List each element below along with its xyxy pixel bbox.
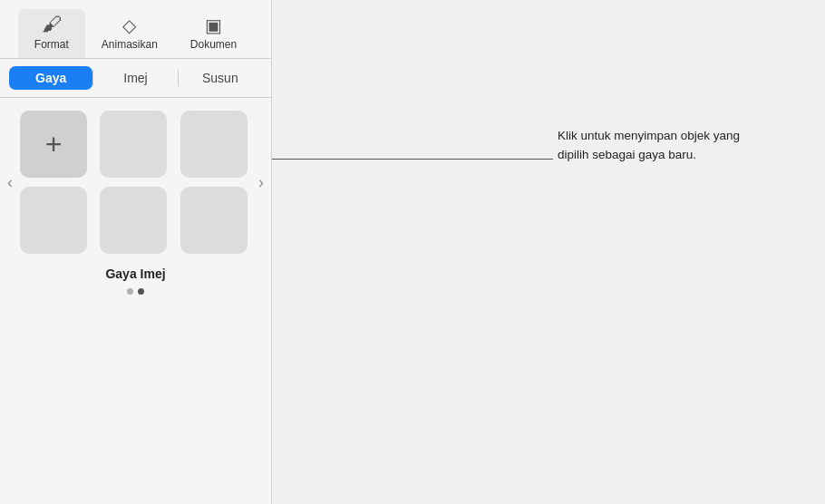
add-icon: + (45, 130, 63, 159)
dot-1 (127, 288, 133, 295)
style-cell-2[interactable] (100, 111, 167, 178)
add-style-cell[interactable]: + (20, 111, 87, 178)
next-arrow[interactable]: › (255, 173, 267, 192)
style-cell-5[interactable] (100, 187, 167, 254)
callout-line (272, 159, 553, 160)
prev-arrow[interactable]: ‹ (4, 173, 16, 192)
animate-icon: ◇ (122, 16, 136, 34)
tab-imej[interactable]: Imej (93, 66, 177, 90)
format-icon: 🖌 (42, 15, 62, 34)
main-area: Klik untuk menyimpan objek yang dipilih … (272, 0, 825, 504)
style-grid-container: ‹ + › Gaya Imej (0, 98, 271, 504)
tab-susun[interactable]: Susun (179, 66, 262, 90)
format-panel: 🖌 Format ◇ Animasikan ▣ Dokumen Gaya Ime… (0, 0, 272, 504)
style-cell-3[interactable] (180, 111, 248, 178)
grid-label: Gaya Imej (105, 267, 165, 281)
tab-gaya[interactable]: Gaya (9, 66, 92, 90)
style-cell-4[interactable] (20, 187, 87, 254)
toolbar: 🖌 Format ◇ Animasikan ▣ Dokumen (0, 0, 271, 59)
style-grid: + (16, 111, 255, 254)
format-button[interactable]: 🖌 Format (18, 9, 85, 58)
grid-nav: ‹ + › (0, 111, 271, 254)
style-cell-6[interactable] (180, 187, 248, 254)
dot-2 (138, 288, 144, 295)
document-icon: ▣ (205, 16, 222, 34)
callout-text: Klik untuk menyimpan objek yang dipilih … (558, 127, 757, 165)
document-button[interactable]: ▣ Dokumen (174, 11, 253, 58)
page-dots (127, 288, 144, 295)
animate-label: Animasikan (102, 38, 158, 51)
animate-button[interactable]: ◇ Animasikan (85, 11, 174, 58)
document-label: Dokumen (190, 38, 237, 51)
format-label: Format (34, 38, 69, 51)
tab-bar: Gaya Imej Susun (0, 59, 271, 98)
